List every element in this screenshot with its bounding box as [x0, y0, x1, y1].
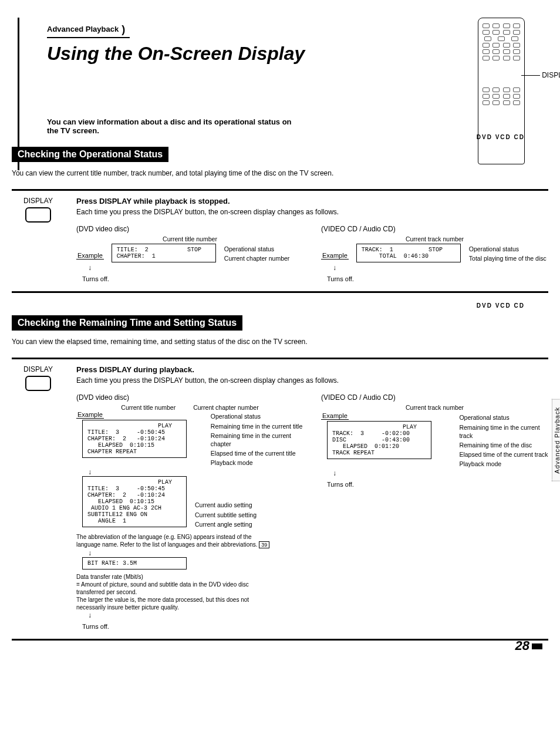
sec1-dvd-co1: Current chapter number [224, 254, 289, 262]
display-button-icon [25, 376, 51, 391]
sec1-vcd-turnsoff: Turns off. [327, 275, 548, 282]
sec2-vcd-c-2: Remaining time of the disc [459, 441, 548, 449]
sec2-dvd-c1-2: Remaining time in the current chapter [211, 432, 303, 448]
intro-text: You can view information about a disc an… [47, 117, 294, 135]
sec2-lang-note: The abbreviation of the language (e.g. E… [76, 534, 258, 548]
page-number: 28 [515, 638, 542, 653]
remote-display-callout: DISPLAY [542, 71, 560, 79]
display-button-label: DISPLAY [12, 365, 65, 373]
sec2-dvd-c1-1: Remaining time in the current title [211, 422, 303, 430]
display-button-icon [25, 207, 51, 223]
arrow-down-icon: ↓ [333, 264, 548, 272]
sec1-instruction-sub: Each time you press the DISPLAY button, … [76, 208, 548, 216]
sec1-vcd-disctype: (VIDEO CD / Audio CD) [321, 225, 548, 233]
arrow-down-icon: ↓ [88, 468, 303, 476]
sec2-vcd-c-3: Elapsed time of the current track [459, 450, 548, 459]
sec1-dvd-turnsoff: Turns off. [82, 275, 303, 282]
disc-badges: DVD VCD CD [477, 134, 525, 140]
page-ref: 39 [259, 541, 269, 548]
sec2-vcd-osd: PLAY TRACK: 3 -0:02:00 DISC -0:43:00 ELA… [327, 421, 431, 459]
arrow-down-icon: ↓ [88, 611, 303, 619]
section-tag: Advanced Playback [47, 23, 130, 38]
display-button-label: DISPLAY [12, 197, 65, 205]
disc-badges: DVD VCD CD [477, 302, 525, 309]
sec1-dvd-disctype: (DVD video disc) [76, 225, 303, 233]
sec2-vcd-headlabel: Current track number [321, 404, 548, 411]
sec1-vcd-example-label: Example [321, 252, 349, 260]
arrow-down-icon: ↓ [88, 549, 303, 557]
sec1-vcd-headlabel: Current track number [321, 235, 548, 242]
sec2-dvd-osd1: PLAY TITLE: 3 -0:50:45 CHAPTER: 2 -0:10:… [82, 420, 187, 458]
sec2-dvd-example-label: Example [76, 411, 104, 419]
page-title: Using the On-Screen Display [47, 43, 548, 65]
sec1-dvd-co0: Operational status [224, 245, 289, 253]
sec1-instruction: Press DISPLAY while playback is stopped. [76, 197, 548, 205]
sec1-vcd-co0: Operational status [469, 245, 546, 253]
sec1-dvd-headlabel: Current title number [76, 235, 303, 242]
sec2-bitrate-note: Data transfer rate (Mbit/s) = Amount of … [76, 573, 276, 611]
side-tab: Advanced Playback [552, 399, 560, 481]
arrow-down-icon: ↓ [333, 469, 548, 477]
sec2-vcd-c-1: Remaining time in the current track [459, 423, 548, 440]
sec2-vcd-example-label: Example [321, 412, 349, 420]
sec2-dvd-hc2: Current chapter number [193, 404, 258, 411]
sec1-vcd-osd: TRACK: 1 STOP TOTAL 0:46:30 [356, 244, 461, 262]
section2-heading: Checking the Remaining Time and Setting … [12, 315, 242, 331]
sec2-vcd-turnsoff: Turns off. [327, 481, 548, 488]
sec2-dvd-c1-4: Playback mode [211, 459, 303, 467]
sec2-vcd-c-0: Operational status [459, 413, 548, 422]
sec2-dvd-turnsoff: Turns off. [82, 623, 303, 630]
sec2-instruction-sub: Each time you press the DISPLAY button, … [76, 376, 548, 385]
sec2-dvd-c2-1: Current subtitle setting [195, 511, 257, 519]
sec2-dvd-c1-3: Elapsed time of the current title [211, 449, 303, 457]
sec2-vcd-disctype: (VIDEO CD / Audio CD) [321, 393, 548, 402]
sec2-dvd-c2-0: Current audio setting [195, 501, 257, 509]
sec2-dvd-c2-2: Current angle setting [195, 520, 257, 528]
sec2-dvd-osd3: BIT RATE: 3.5M [82, 557, 187, 569]
sec1-vcd-co1: Total playing time of the disc [469, 254, 546, 262]
sec2-instruction: Press DISPLAY during playback. [76, 365, 548, 374]
section2-desc: You can view the elapsed time, remaining… [12, 338, 548, 346]
section1-desc: You can view the current title number, t… [12, 169, 548, 177]
arrow-down-icon: ↓ [88, 264, 303, 272]
sec1-dvd-osd: TITLE: 2 STOP CHAPTER: 1 [112, 244, 216, 262]
sec2-dvd-c1-0: Operational status [211, 412, 303, 420]
sec2-dvd-hc1: Current title number [121, 404, 176, 411]
sec1-dvd-example-label: Example [76, 252, 104, 260]
sec2-dvd-osd2: PLAY TITLE: 3 -0:50:45 CHAPTER: 2 -0:10:… [82, 476, 187, 527]
sec2-dvd-disctype: (DVD video disc) [76, 393, 303, 402]
sec2-vcd-c-4: Playback mode [459, 460, 548, 468]
section1-heading: Checking the Operational Status [12, 147, 168, 162]
